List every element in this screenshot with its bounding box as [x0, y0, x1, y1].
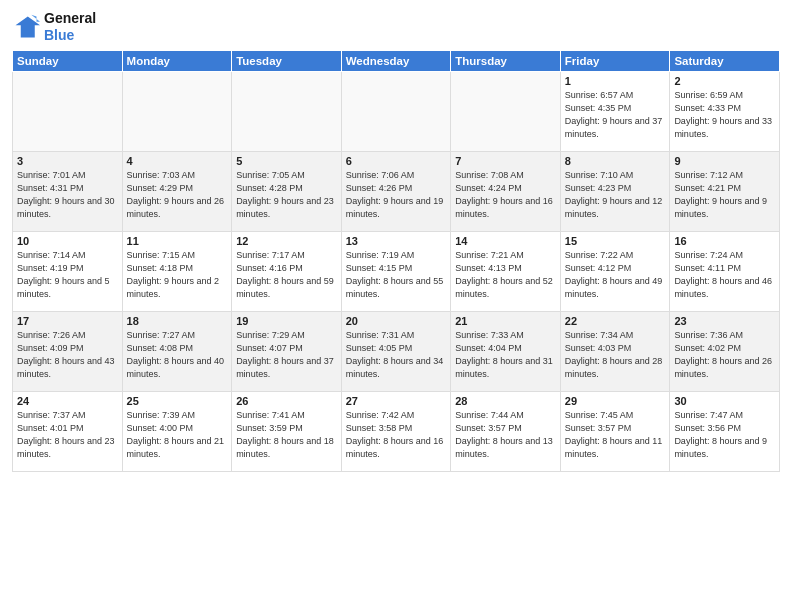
day-cell: 19Sunrise: 7:29 AM Sunset: 4:07 PM Dayli…	[232, 311, 342, 391]
day-number: 12	[236, 235, 337, 247]
day-cell: 12Sunrise: 7:17 AM Sunset: 4:16 PM Dayli…	[232, 231, 342, 311]
day-cell: 15Sunrise: 7:22 AM Sunset: 4:12 PM Dayli…	[560, 231, 670, 311]
svg-marker-0	[16, 16, 41, 37]
week-row-4: 24Sunrise: 7:37 AM Sunset: 4:01 PM Dayli…	[13, 391, 780, 471]
day-number: 11	[127, 235, 228, 247]
logo-icon	[12, 13, 40, 41]
day-cell	[13, 71, 123, 151]
day-info: Sunrise: 7:03 AM Sunset: 4:29 PM Dayligh…	[127, 169, 228, 221]
day-header-tuesday: Tuesday	[232, 50, 342, 71]
header-row: SundayMondayTuesdayWednesdayThursdayFrid…	[13, 50, 780, 71]
day-info: Sunrise: 7:26 AM Sunset: 4:09 PM Dayligh…	[17, 329, 118, 381]
day-cell: 20Sunrise: 7:31 AM Sunset: 4:05 PM Dayli…	[341, 311, 451, 391]
day-cell: 30Sunrise: 7:47 AM Sunset: 3:56 PM Dayli…	[670, 391, 780, 471]
day-cell: 25Sunrise: 7:39 AM Sunset: 4:00 PM Dayli…	[122, 391, 232, 471]
day-cell: 27Sunrise: 7:42 AM Sunset: 3:58 PM Dayli…	[341, 391, 451, 471]
day-info: Sunrise: 7:01 AM Sunset: 4:31 PM Dayligh…	[17, 169, 118, 221]
day-cell	[122, 71, 232, 151]
day-number: 23	[674, 315, 775, 327]
day-number: 2	[674, 75, 775, 87]
day-info: Sunrise: 7:15 AM Sunset: 4:18 PM Dayligh…	[127, 249, 228, 301]
week-row-3: 17Sunrise: 7:26 AM Sunset: 4:09 PM Dayli…	[13, 311, 780, 391]
day-info: Sunrise: 6:57 AM Sunset: 4:35 PM Dayligh…	[565, 89, 666, 141]
day-cell: 5Sunrise: 7:05 AM Sunset: 4:28 PM Daylig…	[232, 151, 342, 231]
day-header-sunday: Sunday	[13, 50, 123, 71]
day-info: Sunrise: 7:34 AM Sunset: 4:03 PM Dayligh…	[565, 329, 666, 381]
day-cell: 7Sunrise: 7:08 AM Sunset: 4:24 PM Daylig…	[451, 151, 561, 231]
day-cell	[341, 71, 451, 151]
day-number: 13	[346, 235, 447, 247]
day-cell: 1Sunrise: 6:57 AM Sunset: 4:35 PM Daylig…	[560, 71, 670, 151]
day-cell: 6Sunrise: 7:06 AM Sunset: 4:26 PM Daylig…	[341, 151, 451, 231]
day-info: Sunrise: 7:37 AM Sunset: 4:01 PM Dayligh…	[17, 409, 118, 461]
day-cell: 29Sunrise: 7:45 AM Sunset: 3:57 PM Dayli…	[560, 391, 670, 471]
day-number: 6	[346, 155, 447, 167]
day-info: Sunrise: 7:12 AM Sunset: 4:21 PM Dayligh…	[674, 169, 775, 221]
day-info: Sunrise: 7:42 AM Sunset: 3:58 PM Dayligh…	[346, 409, 447, 461]
day-header-wednesday: Wednesday	[341, 50, 451, 71]
day-number: 17	[17, 315, 118, 327]
day-cell: 17Sunrise: 7:26 AM Sunset: 4:09 PM Dayli…	[13, 311, 123, 391]
day-number: 8	[565, 155, 666, 167]
day-number: 26	[236, 395, 337, 407]
calendar-table: SundayMondayTuesdayWednesdayThursdayFrid…	[12, 50, 780, 472]
week-row-2: 10Sunrise: 7:14 AM Sunset: 4:19 PM Dayli…	[13, 231, 780, 311]
day-cell: 9Sunrise: 7:12 AM Sunset: 4:21 PM Daylig…	[670, 151, 780, 231]
day-cell: 16Sunrise: 7:24 AM Sunset: 4:11 PM Dayli…	[670, 231, 780, 311]
day-cell: 22Sunrise: 7:34 AM Sunset: 4:03 PM Dayli…	[560, 311, 670, 391]
day-info: Sunrise: 7:31 AM Sunset: 4:05 PM Dayligh…	[346, 329, 447, 381]
day-number: 20	[346, 315, 447, 327]
day-cell: 11Sunrise: 7:15 AM Sunset: 4:18 PM Dayli…	[122, 231, 232, 311]
day-info: Sunrise: 7:21 AM Sunset: 4:13 PM Dayligh…	[455, 249, 556, 301]
day-info: Sunrise: 7:33 AM Sunset: 4:04 PM Dayligh…	[455, 329, 556, 381]
day-cell: 4Sunrise: 7:03 AM Sunset: 4:29 PM Daylig…	[122, 151, 232, 231]
day-cell: 3Sunrise: 7:01 AM Sunset: 4:31 PM Daylig…	[13, 151, 123, 231]
day-number: 5	[236, 155, 337, 167]
day-cell: 18Sunrise: 7:27 AM Sunset: 4:08 PM Dayli…	[122, 311, 232, 391]
day-info: Sunrise: 7:14 AM Sunset: 4:19 PM Dayligh…	[17, 249, 118, 301]
day-number: 24	[17, 395, 118, 407]
day-info: Sunrise: 7:27 AM Sunset: 4:08 PM Dayligh…	[127, 329, 228, 381]
header: General Blue	[12, 10, 780, 44]
day-number: 22	[565, 315, 666, 327]
day-info: Sunrise: 7:24 AM Sunset: 4:11 PM Dayligh…	[674, 249, 775, 301]
day-info: Sunrise: 7:39 AM Sunset: 4:00 PM Dayligh…	[127, 409, 228, 461]
day-info: Sunrise: 7:41 AM Sunset: 3:59 PM Dayligh…	[236, 409, 337, 461]
day-number: 21	[455, 315, 556, 327]
day-cell	[451, 71, 561, 151]
day-number: 14	[455, 235, 556, 247]
day-cell: 24Sunrise: 7:37 AM Sunset: 4:01 PM Dayli…	[13, 391, 123, 471]
day-number: 30	[674, 395, 775, 407]
day-number: 3	[17, 155, 118, 167]
day-cell	[232, 71, 342, 151]
day-cell: 14Sunrise: 7:21 AM Sunset: 4:13 PM Dayli…	[451, 231, 561, 311]
day-number: 29	[565, 395, 666, 407]
day-info: Sunrise: 7:47 AM Sunset: 3:56 PM Dayligh…	[674, 409, 775, 461]
day-info: Sunrise: 7:44 AM Sunset: 3:57 PM Dayligh…	[455, 409, 556, 461]
day-header-friday: Friday	[560, 50, 670, 71]
day-header-saturday: Saturday	[670, 50, 780, 71]
week-row-0: 1Sunrise: 6:57 AM Sunset: 4:35 PM Daylig…	[13, 71, 780, 151]
day-number: 15	[565, 235, 666, 247]
day-number: 19	[236, 315, 337, 327]
day-header-thursday: Thursday	[451, 50, 561, 71]
day-number: 16	[674, 235, 775, 247]
day-info: Sunrise: 7:05 AM Sunset: 4:28 PM Dayligh…	[236, 169, 337, 221]
day-number: 9	[674, 155, 775, 167]
day-number: 4	[127, 155, 228, 167]
day-cell: 23Sunrise: 7:36 AM Sunset: 4:02 PM Dayli…	[670, 311, 780, 391]
day-info: Sunrise: 7:29 AM Sunset: 4:07 PM Dayligh…	[236, 329, 337, 381]
day-cell: 10Sunrise: 7:14 AM Sunset: 4:19 PM Dayli…	[13, 231, 123, 311]
day-cell: 26Sunrise: 7:41 AM Sunset: 3:59 PM Dayli…	[232, 391, 342, 471]
day-number: 1	[565, 75, 666, 87]
day-cell: 13Sunrise: 7:19 AM Sunset: 4:15 PM Dayli…	[341, 231, 451, 311]
day-info: Sunrise: 7:19 AM Sunset: 4:15 PM Dayligh…	[346, 249, 447, 301]
day-info: Sunrise: 7:17 AM Sunset: 4:16 PM Dayligh…	[236, 249, 337, 301]
page: General Blue SundayMondayTuesdayWednesda…	[0, 0, 792, 480]
day-cell: 28Sunrise: 7:44 AM Sunset: 3:57 PM Dayli…	[451, 391, 561, 471]
day-number: 27	[346, 395, 447, 407]
day-info: Sunrise: 7:06 AM Sunset: 4:26 PM Dayligh…	[346, 169, 447, 221]
day-number: 28	[455, 395, 556, 407]
day-info: Sunrise: 7:10 AM Sunset: 4:23 PM Dayligh…	[565, 169, 666, 221]
logo-text: General Blue	[44, 10, 96, 44]
